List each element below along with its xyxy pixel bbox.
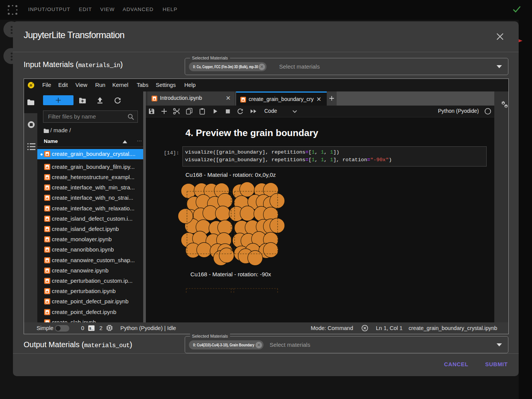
svg-text:$_: $_ <box>89 327 94 331</box>
